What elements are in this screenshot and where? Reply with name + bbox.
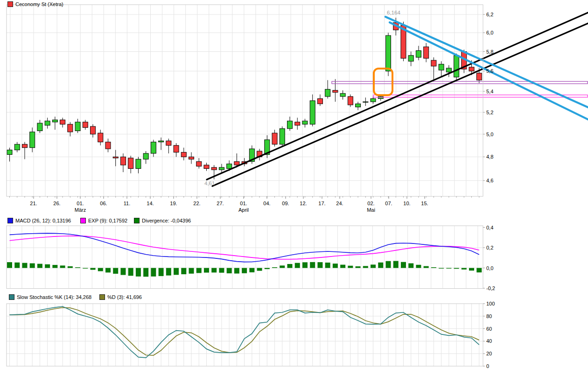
macd-axis-label: 0,4 (486, 225, 493, 230)
candle (356, 102, 361, 110)
divergence-bar (295, 263, 300, 268)
candle (272, 130, 277, 146)
divergence-bar (280, 265, 285, 268)
candle (113, 150, 118, 167)
divergence-bar (386, 261, 391, 268)
candle-body-down (333, 90, 338, 92)
candle (143, 151, 148, 164)
candle-body-down (128, 158, 133, 169)
candle-body-up (7, 150, 12, 155)
divergence-bar (310, 262, 315, 268)
date-axis-label: 07. (385, 201, 392, 206)
candle (83, 120, 88, 130)
stoch-axis-label: 60 (486, 326, 492, 332)
divergence-bar (120, 268, 126, 275)
candle-body-down (295, 122, 300, 125)
chart-root: 6,1644,616,26,05,85,65,45,25,04,84,621.2… (0, 0, 588, 375)
divergence-bar (196, 268, 202, 273)
candle-body-up (363, 102, 368, 102)
candle-body-down (469, 67, 474, 71)
candle (348, 94, 353, 107)
date-axis-label: 17. (318, 201, 325, 206)
candle (302, 119, 308, 128)
date-axis-label: 09. (282, 201, 289, 206)
divergence-bar (22, 263, 27, 268)
divergence-bar (227, 268, 232, 274)
divergence-marker-icon (134, 218, 140, 223)
stoch-panel-border (7, 304, 483, 366)
date-axis-label: 04. (263, 201, 270, 206)
divergence-bar (60, 265, 65, 268)
candle (91, 124, 96, 137)
macd-marker-icon (7, 218, 13, 223)
divergence-bar (469, 268, 474, 271)
stochastic-legend: Slow Stochastic %K (14): 34,268 %D (3): … (0, 294, 588, 301)
series-marker-icon (7, 1, 13, 7)
candle (416, 46, 421, 60)
candle (120, 153, 126, 172)
month-axis-label: Mai (367, 207, 375, 213)
exp-legend-label: EXP (9): 0,17592 (88, 218, 127, 223)
candle-body-up (310, 101, 315, 124)
candle (454, 54, 459, 80)
exp-marker-icon (80, 218, 86, 223)
macd-axis-label: -0,2 (486, 285, 495, 291)
divergence-bar (476, 268, 482, 273)
divergence-bar (128, 268, 133, 276)
divergence-bar (401, 262, 406, 268)
candle (439, 61, 444, 76)
candle (166, 139, 171, 153)
chart-title: Ceconomy St (Xetra) (15, 1, 63, 7)
candle-body-up (356, 104, 361, 107)
divergence-bar (189, 268, 194, 274)
date-axis-label: 19. (170, 201, 177, 206)
candle (105, 139, 111, 152)
candle-body-up (416, 51, 421, 57)
resistance-level-5.49 (332, 82, 588, 84)
price-axis-label: 5,8 (486, 49, 493, 55)
divergence-bar (14, 263, 20, 268)
macd-axis-label: 0,0 (486, 265, 493, 271)
candle-body-down (234, 161, 239, 165)
candle-body-down (113, 157, 118, 158)
date-axis-label: 01. (240, 201, 247, 206)
candle (151, 140, 156, 157)
candle-body-down (189, 157, 194, 159)
candle-body-up (227, 164, 232, 168)
candle (159, 138, 164, 150)
macd-histogram (7, 261, 482, 277)
date-axis-label: 12. (300, 201, 307, 206)
candle-body-up (30, 132, 35, 148)
candle (446, 65, 451, 77)
candle-body-down (174, 146, 179, 153)
divergence-bar (68, 266, 73, 268)
level-line-pair (332, 82, 588, 84)
candle-body-up (446, 68, 451, 72)
stoch-axis-label: 40 (486, 338, 492, 344)
price-annotation: 4,61 (204, 181, 215, 186)
divergence-bar (211, 268, 217, 273)
candle-body-up (14, 144, 20, 150)
support-level-5.36 (373, 95, 588, 97)
divergence-bar (30, 264, 35, 268)
candle (287, 117, 293, 131)
stoch-k-legend-label: Slow Stochastic %K (14): 34,268 (17, 294, 91, 300)
candle-body-down (424, 47, 429, 58)
candle-body-down (22, 144, 27, 147)
candle (22, 142, 27, 159)
candle-body-up (325, 89, 330, 97)
divergence-bar (45, 264, 50, 268)
candle-body-up (454, 56, 459, 77)
candle (363, 97, 368, 106)
divergence-bar (287, 264, 293, 268)
macd-legend-label: MACD (26, 12): 0,13196 (15, 218, 71, 223)
divergence-bar (105, 268, 111, 273)
divergence-bar (424, 266, 429, 268)
date-axis-label: 15. (421, 201, 428, 206)
month-axis-label: März (75, 207, 86, 213)
candle-body-up (340, 93, 345, 97)
candle-body-up (439, 64, 444, 70)
date-axis-label: 02. (367, 201, 374, 206)
stoch-k-marker-icon (9, 294, 14, 300)
stoch-axis-label: 0 (486, 363, 489, 369)
